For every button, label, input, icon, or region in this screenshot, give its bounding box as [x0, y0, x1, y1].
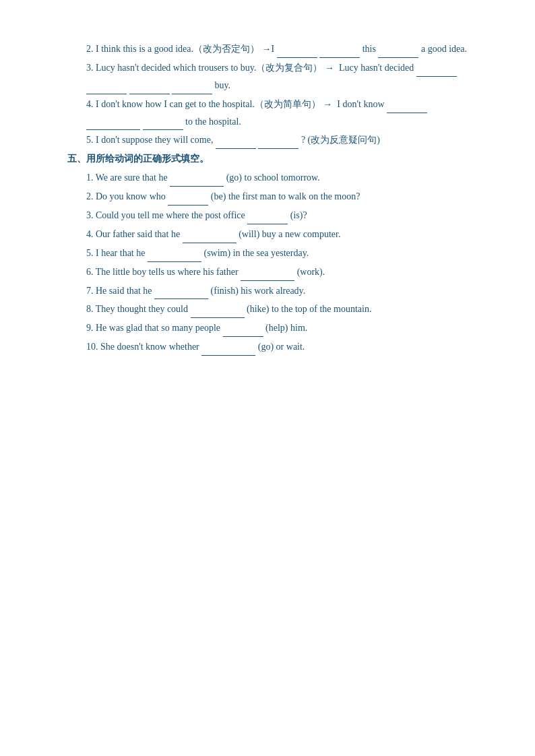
q6: 6. The little boy tells us where his fat…	[67, 263, 481, 281]
page: 2. I think this is a good idea.（改为否定句） →…	[0, 0, 535, 756]
blank-7	[172, 84, 212, 94]
q3: 3. Could you tell me where the post offi…	[67, 207, 481, 224]
blank-11	[216, 138, 256, 149]
blank-q8	[191, 307, 245, 318]
blank-9	[86, 119, 140, 130]
q8: 8. They thought they could (hike) to the…	[67, 301, 481, 318]
blank-q2	[168, 195, 208, 206]
blank-q6	[241, 270, 294, 281]
blank-q7	[154, 288, 208, 299]
q1: 1. We are sure that he (go) to school to…	[67, 169, 481, 187]
blank-q4	[183, 232, 237, 243]
blank-3	[378, 47, 418, 58]
content: 2. I think this is a good idea.（改为否定句） →…	[67, 40, 481, 356]
blank-4	[416, 66, 457, 77]
q10: 10. She doesn't know whether (go) or wai…	[67, 338, 481, 356]
blank-5	[86, 84, 127, 94]
blank-2	[319, 47, 360, 58]
q4: 4. Our father said that he (will) buy a …	[67, 226, 481, 243]
blank-q10	[201, 345, 255, 356]
item-3: 3. Lucy hasn't decided which trousers to…	[67, 59, 481, 94]
blank-q3	[247, 214, 288, 224]
blank-8	[387, 102, 427, 113]
q9: 9. He was glad that so many people (help…	[67, 319, 481, 337]
blank-10	[143, 119, 183, 130]
blank-12	[258, 138, 298, 149]
q7: 7. He said that he (finish) his work alr…	[67, 282, 481, 300]
blank-6	[129, 84, 170, 94]
item-5: 5. I don't suppose they will come, ? (改为…	[67, 131, 481, 149]
q2: 2. Do you know who (be) the first man to…	[67, 188, 481, 206]
q5: 5. I hear that he (swim) in the sea yest…	[67, 245, 481, 262]
blank-q9	[223, 326, 263, 337]
blank-q5	[148, 251, 201, 262]
section-5-title: 五、用所给动词的正确形式填空。	[67, 150, 481, 168]
item-2: 2. I think this is a good idea.（改为否定句） →…	[67, 40, 481, 58]
blank-q1	[170, 176, 224, 187]
blank-1	[277, 47, 317, 58]
item-4: 4. I don't know how I can get to the hos…	[67, 96, 481, 131]
